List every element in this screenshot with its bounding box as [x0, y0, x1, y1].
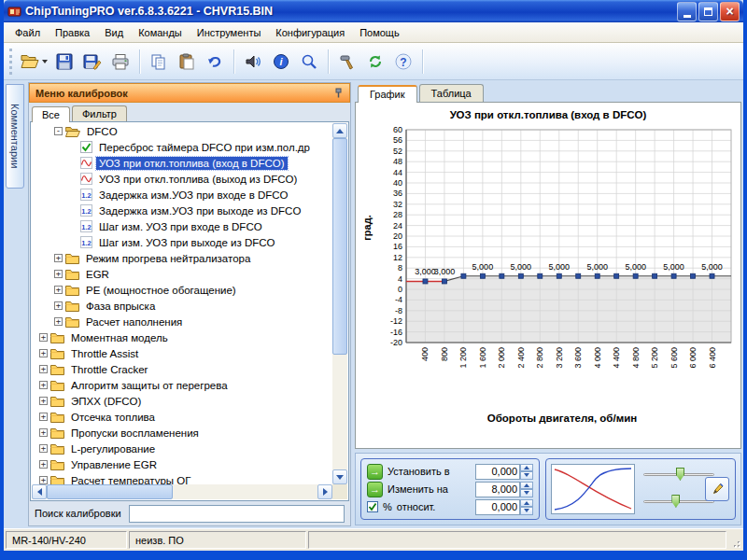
tree-expand-toggle[interactable]: +	[39, 381, 48, 389]
set-to-apply-button[interactable]: →	[367, 464, 383, 480]
set-to-spin-up[interactable]	[520, 464, 533, 472]
tree-expand-toggle[interactable]: +	[54, 270, 63, 278]
tree-item[interactable]: +Моментная модель	[32, 329, 332, 345]
toolbar-save-as-button[interactable]	[79, 49, 106, 75]
tree-expand-toggle[interactable]: +	[39, 365, 48, 373]
toolbar-help-button[interactable]: ?	[390, 49, 416, 75]
toolbar-copy-button[interactable]	[146, 49, 172, 75]
tree-item[interactable]: +L-регулирование	[32, 441, 332, 456]
scroll-up-button[interactable]	[332, 123, 347, 138]
tree-expand-toggle[interactable]: -	[54, 127, 63, 135]
tree-item[interactable]: +Расчет температуры ОГ	[32, 472, 332, 484]
toolbar-volume-button[interactable]	[240, 49, 266, 75]
toolbar-drag-handle[interactable]	[9, 49, 12, 75]
horizontal-scroll-thumb[interactable]	[47, 484, 173, 499]
calibration-search-input[interactable]	[129, 505, 345, 523]
scroll-down-button[interactable]	[332, 469, 347, 484]
vertical-scroll-thumb[interactable]	[332, 138, 347, 355]
tree-expand-toggle[interactable]: +	[39, 476, 48, 484]
pin-icon[interactable]	[333, 88, 344, 99]
percent-checkbox[interactable]	[367, 501, 378, 512]
toolbar-paste-button[interactable]	[174, 49, 200, 75]
change-by-spin-up[interactable]	[520, 482, 533, 490]
tree-item[interactable]: +Управление EGR	[32, 456, 332, 472]
tab-table[interactable]: Таблица	[419, 84, 484, 102]
tree-expand-toggle[interactable]: +	[39, 349, 48, 357]
toolbar-tools-button[interactable]	[334, 49, 360, 75]
edit-curve-button[interactable]	[705, 477, 729, 501]
toolbar-open-file-button[interactable]	[19, 49, 49, 75]
change-by-input[interactable]	[475, 482, 520, 497]
relative-spin-down[interactable]	[520, 507, 533, 515]
tree-item[interactable]: +Режим прогрева нейтрализатора	[32, 250, 332, 266]
toolbar-save-button[interactable]	[51, 49, 78, 75]
tree-item[interactable]: УОЗ при откл.топлива (вход в DFCO)	[32, 155, 332, 171]
menu-item-2[interactable]: Вид	[97, 24, 131, 41]
chart-plot[interactable]: -20-16-12-8-4048121620242832364044485256…	[369, 125, 739, 411]
scroll-right-button[interactable]	[317, 484, 332, 499]
tree-expand-toggle[interactable]: +	[54, 317, 63, 326]
menu-item-4[interactable]: Инструменты	[190, 24, 269, 41]
toolbar-zoom-button[interactable]	[296, 49, 322, 75]
tree-item[interactable]: +PE (мощностное обогащение)	[32, 282, 332, 298]
tree-expand-toggle[interactable]: +	[54, 254, 63, 262]
comments-side-tab[interactable]: Комментарии	[6, 84, 24, 189]
tree-item[interactable]: +Расчет наполнения	[32, 314, 332, 329]
minimize-button[interactable]	[677, 2, 697, 21]
change-by-apply-button[interactable]: →	[367, 482, 383, 497]
maximize-button[interactable]	[698, 2, 718, 21]
toolbar-sync-button[interactable]	[362, 49, 388, 75]
tree-item[interactable]: +ЭПХХ (DFCO)	[32, 393, 332, 409]
tree-item[interactable]: +Пропуски воспламенения	[32, 425, 332, 441]
tree-item[interactable]: +Throttle Assist	[32, 345, 332, 361]
tree-item[interactable]: +EGR	[32, 266, 332, 282]
tree-item[interactable]: +Алгоритм защиты от перегрева	[32, 377, 332, 393]
menu-item-5[interactable]: Конфигурация	[268, 24, 352, 41]
tree-item[interactable]: 1.2Задержка изм.УОЗ при выходе из DFCO	[32, 203, 332, 218]
tree-item[interactable]: -DFCO	[32, 123, 332, 139]
relative-input[interactable]	[475, 499, 520, 515]
toolbar-undo-button[interactable]	[202, 49, 228, 75]
toolbar: i?	[4, 43, 743, 80]
relative-spin-up[interactable]	[520, 499, 533, 508]
tab-chart[interactable]: График	[358, 85, 417, 103]
tree-item[interactable]: Пересброс таймера DFCO при изм.пол.др	[32, 139, 332, 155]
tree-item[interactable]: УОЗ при откл.топлива (выход из DFCO)	[32, 171, 332, 187]
tree-expand-toggle[interactable]: +	[54, 286, 63, 294]
tree-expand-toggle[interactable]: +	[39, 333, 48, 342]
change-by-spin-down[interactable]	[520, 489, 533, 497]
tab-filter[interactable]: Фильтр	[72, 105, 127, 121]
tree-item-label: ЭПХХ (DFCO)	[68, 395, 144, 408]
curve-slider-bottom[interactable]	[643, 495, 714, 508]
slider-thumb[interactable]	[676, 468, 684, 481]
tree-expand-toggle[interactable]: +	[39, 444, 48, 453]
tree-horizontal-scrollbar[interactable]	[32, 484, 332, 499]
menu-item-1[interactable]: Правка	[48, 24, 97, 41]
tree-expand-toggle[interactable]: +	[39, 397, 48, 405]
tree-expand-toggle[interactable]: +	[39, 460, 48, 469]
toolbar-info-button[interactable]: i	[268, 49, 294, 75]
tab-all[interactable]: Все	[32, 106, 70, 122]
tree-item[interactable]: 1.2Задержка изм.УОЗ при входе в DFCO	[32, 187, 332, 203]
tree-item[interactable]: +Фаза впрыска	[32, 298, 332, 314]
menu-item-0[interactable]: Файл	[7, 24, 48, 41]
svg-text:44: 44	[393, 168, 402, 177]
tree-item[interactable]: +Throttle Cracker	[32, 361, 332, 377]
toolbar-print-button[interactable]	[107, 49, 134, 75]
tree-expand-toggle[interactable]: +	[39, 428, 48, 437]
tree-expand-toggle[interactable]: +	[39, 413, 48, 421]
tree-expand-toggle[interactable]: +	[54, 301, 63, 310]
curve-slider-top[interactable]	[643, 468, 714, 481]
menu-item-3[interactable]: Команды	[131, 24, 190, 41]
resize-grip[interactable]	[728, 531, 741, 549]
close-button[interactable]: ×	[720, 2, 740, 21]
tree-item[interactable]: +Отсечка топлива	[32, 409, 332, 425]
slider-thumb[interactable]	[671, 495, 680, 508]
tree-vertical-scrollbar[interactable]	[332, 123, 347, 484]
menu-item-6[interactable]: Помощь	[352, 24, 407, 41]
scroll-left-button[interactable]	[32, 484, 47, 499]
set-to-spin-down[interactable]	[520, 471, 533, 480]
tree-item[interactable]: 1.2Шаг изм. УОЗ при выходе из DFCO	[32, 234, 332, 250]
tree-item[interactable]: 1.2Шаг изм. УОЗ при входе в DFCO	[32, 218, 332, 234]
set-to-input[interactable]	[475, 464, 520, 480]
